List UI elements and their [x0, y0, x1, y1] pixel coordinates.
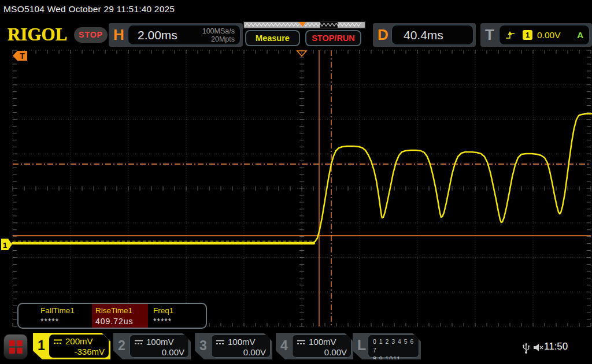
delay-label: D: [378, 26, 388, 44]
measurement-results-panel[interactable]: FallTime1 ***** RiseTime1 409.72us Freq1…: [17, 303, 207, 329]
channel-4-number: 4: [280, 338, 288, 354]
channel-1-number: 1: [38, 338, 45, 354]
channel-3-number: 3: [199, 338, 207, 354]
ch1-ground-level-tag[interactable]: 1: [1, 239, 12, 250]
channel-2-number: 2: [118, 338, 125, 354]
trigger-inset[interactable]: 1 0.00V A: [499, 25, 590, 45]
logic-analyzer-badge[interactable]: L 0 1 2 3 4 5 6 7 8 9 1011 12131415: [353, 333, 421, 359]
measurement-freq[interactable]: Freq1 *****: [148, 304, 205, 328]
waveform-display-area[interactable]: T 1: [0, 49, 592, 328]
measurement-falltime[interactable]: FallTime1 *****: [18, 304, 92, 328]
channel-4-scale: 100mV: [309, 337, 336, 347]
delay-menu-block[interactable]: D 40.4ms: [373, 23, 476, 47]
run-state-badge[interactable]: STOP: [74, 27, 108, 43]
channel-4-badge[interactable]: 4 100mV 0.00V: [276, 333, 353, 359]
graticule-grid: [13, 50, 591, 326]
stop-run-button[interactable]: STOP/RUN: [305, 30, 361, 46]
trigger-source-badge: 1: [523, 30, 532, 40]
logic-row-8-15: 8 9 1011 12131415: [373, 355, 419, 364]
trigger-time-tag-label: T: [20, 51, 25, 61]
trigger-time-tag[interactable]: T: [13, 51, 27, 61]
channel-2-scale: 100mV: [146, 337, 174, 347]
channel-2-badge[interactable]: 2 100mV 0.00V: [113, 333, 191, 359]
logic-label: L: [357, 337, 366, 354]
dc-coupling-icon: [216, 339, 225, 346]
model-and-datetime: MSO5104 Wed October 29 11:51:40 2025: [3, 4, 175, 14]
delay-inset[interactable]: 40.4ms: [391, 25, 473, 45]
horizontal-menu-block[interactable]: H 2.00ms 100MSa/s 20Mpts: [109, 23, 243, 47]
clock: 11:50: [544, 341, 568, 352]
memory-depth: 20Mpts: [211, 35, 235, 43]
main-menu-button[interactable]: [3, 334, 28, 359]
speaker-muted-icon[interactable]: [532, 343, 544, 352]
oscilloscope-screen: MSO5104 Wed October 29 11:51:40 2025 RIG…: [0, 0, 592, 364]
rising-edge-icon: [505, 31, 516, 40]
dc-coupling-icon: [134, 339, 143, 346]
rigol-logo: RIGOL: [8, 24, 67, 45]
channel-3-offset: 0.00V: [216, 347, 266, 358]
measure-button[interactable]: Measure: [245, 30, 300, 46]
menu-grid-icon: [9, 340, 23, 354]
channel-4-offset: 0.00V: [297, 347, 347, 358]
measurement-risetime[interactable]: RiseTime1 409.72us: [92, 304, 148, 328]
scrollbar-graphic: [243, 21, 366, 29]
delay-value: 40.4ms: [404, 28, 443, 42]
dc-coupling-icon: [53, 339, 62, 345]
dc-coupling-icon: [297, 339, 306, 346]
channel-2-offset: 0.00V: [134, 347, 184, 358]
channel-1-badge[interactable]: 1 200mV -336mV: [33, 333, 110, 359]
channel-1-scale: 200mV: [65, 336, 93, 347]
trigger-menu-block[interactable]: T 1 0.00V A: [480, 23, 592, 47]
trigger-level-value: 0.00V: [537, 30, 561, 40]
usb-icon: [522, 341, 530, 354]
ch1-ground-level-tag-label: 1: [3, 241, 7, 250]
trigger-mode-auto: A: [577, 30, 583, 40]
channel-3-badge[interactable]: 3 100mV 0.00V: [195, 333, 272, 359]
horizontal-position-scrollbar[interactable]: [243, 21, 366, 29]
channel-1-offset: -336mV: [53, 347, 105, 357]
horizontal-label: H: [113, 26, 124, 44]
trigger-label: T: [485, 26, 494, 44]
timebase-value: 2.00ms: [138, 28, 177, 42]
logic-row-0-7: 0 1 2 3 4 5 6 7: [373, 337, 419, 355]
channel-3-scale: 100mV: [228, 337, 256, 347]
horizontal-inset[interactable]: 2.00ms 100MSa/s 20Mpts: [128, 25, 240, 45]
sample-rate: 100MSa/s: [202, 27, 235, 35]
